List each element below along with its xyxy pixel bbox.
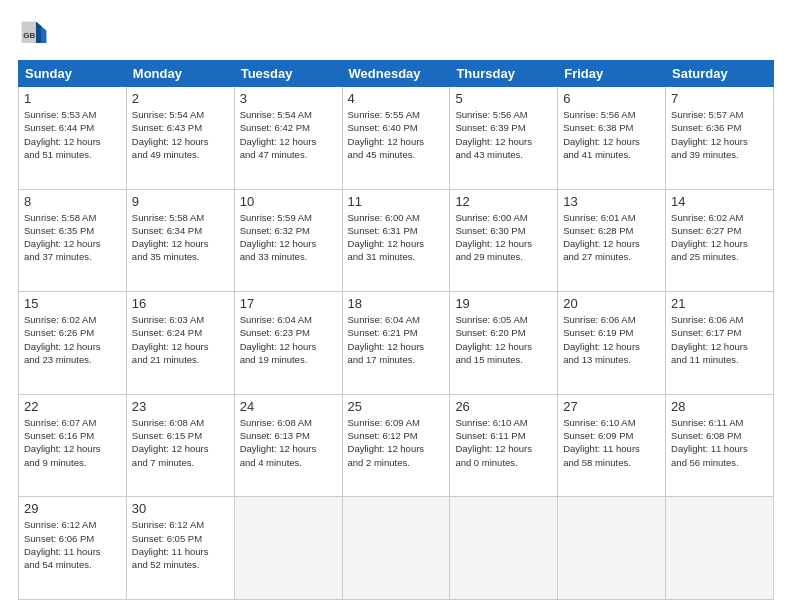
day-info: Sunrise: 6:03 AM Sunset: 6:24 PM Dayligh…: [132, 313, 229, 366]
week-row-5: 29Sunrise: 6:12 AM Sunset: 6:06 PM Dayli…: [19, 497, 774, 600]
day-number: 8: [24, 194, 121, 209]
calendar-cell: 8Sunrise: 5:58 AM Sunset: 6:35 PM Daylig…: [19, 189, 127, 292]
day-number: 2: [132, 91, 229, 106]
day-info: Sunrise: 5:57 AM Sunset: 6:36 PM Dayligh…: [671, 108, 768, 161]
day-number: 22: [24, 399, 121, 414]
day-number: 26: [455, 399, 552, 414]
day-number: 27: [563, 399, 660, 414]
calendar-cell: 24Sunrise: 6:08 AM Sunset: 6:13 PM Dayli…: [234, 394, 342, 497]
calendar-cell: 27Sunrise: 6:10 AM Sunset: 6:09 PM Dayli…: [558, 394, 666, 497]
week-row-4: 22Sunrise: 6:07 AM Sunset: 6:16 PM Dayli…: [19, 394, 774, 497]
calendar-cell: 14Sunrise: 6:02 AM Sunset: 6:27 PM Dayli…: [666, 189, 774, 292]
calendar-cell: 30Sunrise: 6:12 AM Sunset: 6:05 PM Dayli…: [126, 497, 234, 600]
day-number: 5: [455, 91, 552, 106]
calendar-cell: 18Sunrise: 6:04 AM Sunset: 6:21 PM Dayli…: [342, 292, 450, 395]
calendar-cell: [666, 497, 774, 600]
calendar-cell: 21Sunrise: 6:06 AM Sunset: 6:17 PM Dayli…: [666, 292, 774, 395]
calendar-cell: [342, 497, 450, 600]
day-info: Sunrise: 5:54 AM Sunset: 6:43 PM Dayligh…: [132, 108, 229, 161]
day-number: 3: [240, 91, 337, 106]
day-info: Sunrise: 6:12 AM Sunset: 6:06 PM Dayligh…: [24, 518, 121, 571]
calendar-cell: 25Sunrise: 6:09 AM Sunset: 6:12 PM Dayli…: [342, 394, 450, 497]
calendar-cell: 16Sunrise: 6:03 AM Sunset: 6:24 PM Dayli…: [126, 292, 234, 395]
calendar-cell: 3Sunrise: 5:54 AM Sunset: 6:42 PM Daylig…: [234, 87, 342, 190]
day-number: 6: [563, 91, 660, 106]
week-row-1: 1Sunrise: 5:53 AM Sunset: 6:44 PM Daylig…: [19, 87, 774, 190]
calendar-cell: 23Sunrise: 6:08 AM Sunset: 6:15 PM Dayli…: [126, 394, 234, 497]
day-info: Sunrise: 6:09 AM Sunset: 6:12 PM Dayligh…: [348, 416, 445, 469]
day-number: 20: [563, 296, 660, 311]
calendar-cell: 1Sunrise: 5:53 AM Sunset: 6:44 PM Daylig…: [19, 87, 127, 190]
day-info: Sunrise: 6:01 AM Sunset: 6:28 PM Dayligh…: [563, 211, 660, 264]
day-number: 16: [132, 296, 229, 311]
day-info: Sunrise: 6:05 AM Sunset: 6:20 PM Dayligh…: [455, 313, 552, 366]
day-info: Sunrise: 6:10 AM Sunset: 6:11 PM Dayligh…: [455, 416, 552, 469]
day-info: Sunrise: 6:06 AM Sunset: 6:19 PM Dayligh…: [563, 313, 660, 366]
week-row-2: 8Sunrise: 5:58 AM Sunset: 6:35 PM Daylig…: [19, 189, 774, 292]
page: GB SundayMondayTuesdayWednesdayThursdayF…: [0, 0, 792, 612]
day-info: Sunrise: 6:00 AM Sunset: 6:30 PM Dayligh…: [455, 211, 552, 264]
day-number: 4: [348, 91, 445, 106]
day-number: 19: [455, 296, 552, 311]
calendar-cell: 5Sunrise: 5:56 AM Sunset: 6:39 PM Daylig…: [450, 87, 558, 190]
day-info: Sunrise: 6:08 AM Sunset: 6:15 PM Dayligh…: [132, 416, 229, 469]
calendar-cell: 10Sunrise: 5:59 AM Sunset: 6:32 PM Dayli…: [234, 189, 342, 292]
day-info: Sunrise: 6:11 AM Sunset: 6:08 PM Dayligh…: [671, 416, 768, 469]
day-info: Sunrise: 6:00 AM Sunset: 6:31 PM Dayligh…: [348, 211, 445, 264]
day-info: Sunrise: 6:06 AM Sunset: 6:17 PM Dayligh…: [671, 313, 768, 366]
day-info: Sunrise: 5:59 AM Sunset: 6:32 PM Dayligh…: [240, 211, 337, 264]
day-number: 18: [348, 296, 445, 311]
day-info: Sunrise: 6:02 AM Sunset: 6:27 PM Dayligh…: [671, 211, 768, 264]
day-number: 30: [132, 501, 229, 516]
header: GB: [18, 18, 774, 50]
day-number: 28: [671, 399, 768, 414]
day-info: Sunrise: 5:54 AM Sunset: 6:42 PM Dayligh…: [240, 108, 337, 161]
day-info: Sunrise: 6:10 AM Sunset: 6:09 PM Dayligh…: [563, 416, 660, 469]
svg-text:GB: GB: [23, 31, 35, 40]
weekday-header-row: SundayMondayTuesdayWednesdayThursdayFrid…: [19, 61, 774, 87]
calendar-cell: 11Sunrise: 6:00 AM Sunset: 6:31 PM Dayli…: [342, 189, 450, 292]
day-info: Sunrise: 5:53 AM Sunset: 6:44 PM Dayligh…: [24, 108, 121, 161]
calendar-cell: [234, 497, 342, 600]
day-number: 23: [132, 399, 229, 414]
weekday-header-friday: Friday: [558, 61, 666, 87]
calendar-cell: 28Sunrise: 6:11 AM Sunset: 6:08 PM Dayli…: [666, 394, 774, 497]
calendar-cell: 15Sunrise: 6:02 AM Sunset: 6:26 PM Dayli…: [19, 292, 127, 395]
day-number: 7: [671, 91, 768, 106]
calendar-table: SundayMondayTuesdayWednesdayThursdayFrid…: [18, 60, 774, 600]
week-row-3: 15Sunrise: 6:02 AM Sunset: 6:26 PM Dayli…: [19, 292, 774, 395]
weekday-header-thursday: Thursday: [450, 61, 558, 87]
day-number: 15: [24, 296, 121, 311]
calendar-cell: 13Sunrise: 6:01 AM Sunset: 6:28 PM Dayli…: [558, 189, 666, 292]
weekday-header-monday: Monday: [126, 61, 234, 87]
calendar-cell: 20Sunrise: 6:06 AM Sunset: 6:19 PM Dayli…: [558, 292, 666, 395]
day-info: Sunrise: 5:58 AM Sunset: 6:35 PM Dayligh…: [24, 211, 121, 264]
day-number: 21: [671, 296, 768, 311]
day-number: 10: [240, 194, 337, 209]
weekday-header-wednesday: Wednesday: [342, 61, 450, 87]
day-number: 1: [24, 91, 121, 106]
day-info: Sunrise: 5:56 AM Sunset: 6:38 PM Dayligh…: [563, 108, 660, 161]
day-number: 11: [348, 194, 445, 209]
day-info: Sunrise: 6:04 AM Sunset: 6:21 PM Dayligh…: [348, 313, 445, 366]
calendar-cell: 7Sunrise: 5:57 AM Sunset: 6:36 PM Daylig…: [666, 87, 774, 190]
calendar-cell: [558, 497, 666, 600]
day-info: Sunrise: 6:12 AM Sunset: 6:05 PM Dayligh…: [132, 518, 229, 571]
svg-marker-1: [36, 22, 41, 43]
day-info: Sunrise: 5:55 AM Sunset: 6:40 PM Dayligh…: [348, 108, 445, 161]
calendar-cell: [450, 497, 558, 600]
weekday-header-tuesday: Tuesday: [234, 61, 342, 87]
day-info: Sunrise: 5:58 AM Sunset: 6:34 PM Dayligh…: [132, 211, 229, 264]
calendar-cell: 4Sunrise: 5:55 AM Sunset: 6:40 PM Daylig…: [342, 87, 450, 190]
day-number: 13: [563, 194, 660, 209]
day-info: Sunrise: 6:02 AM Sunset: 6:26 PM Dayligh…: [24, 313, 121, 366]
calendar-cell: 9Sunrise: 5:58 AM Sunset: 6:34 PM Daylig…: [126, 189, 234, 292]
calendar-cell: 12Sunrise: 6:00 AM Sunset: 6:30 PM Dayli…: [450, 189, 558, 292]
day-number: 14: [671, 194, 768, 209]
calendar-cell: 2Sunrise: 5:54 AM Sunset: 6:43 PM Daylig…: [126, 87, 234, 190]
day-info: Sunrise: 6:04 AM Sunset: 6:23 PM Dayligh…: [240, 313, 337, 366]
day-info: Sunrise: 6:07 AM Sunset: 6:16 PM Dayligh…: [24, 416, 121, 469]
day-number: 29: [24, 501, 121, 516]
calendar-cell: 19Sunrise: 6:05 AM Sunset: 6:20 PM Dayli…: [450, 292, 558, 395]
calendar-cell: 17Sunrise: 6:04 AM Sunset: 6:23 PM Dayli…: [234, 292, 342, 395]
